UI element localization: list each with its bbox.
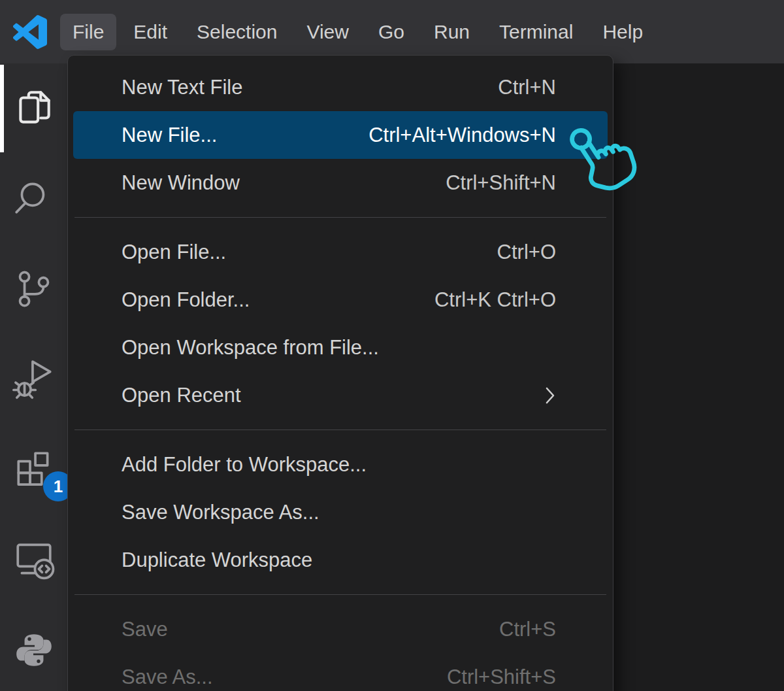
menu-item-save-workspace-as[interactable]: Save Workspace As... [73, 488, 608, 536]
menubar: FileEditSelectionViewGoRunTerminalHelp [0, 0, 784, 63]
sidebar-item-search[interactable] [0, 154, 67, 244]
sidebar-item-extensions[interactable]: 1 [0, 424, 67, 514]
menu-item-label: New File... [122, 124, 217, 147]
menubar-item-terminal[interactable]: Terminal [487, 14, 585, 50]
menu-item-shortcut: Ctrl+S [499, 618, 556, 641]
run-debug-icon [12, 358, 56, 401]
menu-item-open-workspace-from-file[interactable]: Open Workspace from File... [73, 324, 608, 371]
menu-item-add-folder-to-workspace[interactable]: Add Folder to Workspace... [73, 441, 608, 488]
search-icon [12, 177, 56, 220]
menu-item-shortcut: Ctrl+Shift+S [447, 666, 556, 689]
menubar-item-run[interactable]: Run [421, 14, 482, 50]
source-control-icon [12, 267, 56, 311]
menu-item-new-window[interactable]: New WindowCtrl+Shift+N [73, 159, 608, 207]
menu-item-label: Duplicate Workspace [122, 548, 312, 572]
menu-item-new-file[interactable]: New File...Ctrl+Alt+Windows+N [73, 111, 608, 159]
active-item-indicator [0, 65, 4, 152]
menu-item-label: Add Folder to Workspace... [122, 453, 367, 477]
menu-item-open-folder[interactable]: Open Folder...Ctrl+K Ctrl+O [73, 276, 608, 324]
sidebar-item-remote-explorer[interactable] [0, 514, 67, 605]
activity-bar: 1 [0, 63, 67, 691]
menu-item-label: Save As... [122, 666, 213, 689]
menu-item-save-as: Save As...Ctrl+Shift+S [73, 653, 608, 691]
file-menu: New Text FileCtrl+NNew File...Ctrl+Alt+W… [67, 55, 613, 691]
menu-separator [74, 594, 606, 595]
menu-item-shortcut: Ctrl+Shift+N [446, 171, 556, 195]
menu-item-shortcut: Ctrl+O [497, 241, 556, 264]
sidebar-item-python[interactable] [0, 605, 67, 691]
sidebar-item-source-control[interactable] [0, 244, 67, 334]
menu-item-shortcut: Ctrl+N [498, 76, 556, 99]
menu-item-label: Save [122, 618, 168, 641]
vscode-logo-icon [0, 15, 60, 49]
menubar-item-selection[interactable]: Selection [184, 14, 289, 50]
menu-item-open-recent[interactable]: Open Recent [73, 371, 608, 419]
python-icon [12, 628, 56, 671]
remote-explorer-icon [12, 538, 56, 581]
menu-item-save: SaveCtrl+S [73, 605, 608, 653]
menu-item-label: Save Workspace As... [122, 501, 319, 524]
menu-item-label: Open Workspace from File... [122, 336, 379, 360]
menubar-item-file[interactable]: File [60, 14, 116, 50]
submenu-chevron-icon [544, 386, 556, 405]
menubar-item-go[interactable]: Go [366, 14, 417, 50]
menu-item-new-text-file[interactable]: New Text FileCtrl+N [73, 63, 608, 111]
menubar-item-view[interactable]: View [294, 14, 361, 50]
menu-item-shortcut: Ctrl+K Ctrl+O [434, 288, 556, 312]
menu-item-label: Open File... [122, 241, 226, 264]
menu-item-shortcut: Ctrl+Alt+Windows+N [368, 124, 556, 147]
menu-item-label: Open Recent [122, 384, 241, 407]
menu-separator [74, 430, 606, 430]
menu-item-open-file[interactable]: Open File...Ctrl+O [73, 228, 608, 276]
menu-separator [74, 217, 606, 218]
menu-item-label: Open Folder... [122, 288, 250, 312]
menubar-items: FileEditSelectionViewGoRunTerminalHelp [60, 14, 660, 50]
sidebar-item-explorer[interactable] [0, 63, 67, 154]
menu-item-label: New Text File [122, 76, 243, 99]
menu-item-duplicate-workspace[interactable]: Duplicate Workspace [73, 536, 608, 584]
files-icon [12, 87, 56, 130]
sidebar-item-run-debug[interactable] [0, 334, 67, 424]
menubar-item-help[interactable]: Help [590, 14, 655, 50]
menubar-item-edit[interactable]: Edit [121, 14, 180, 50]
menu-item-label: New Window [122, 171, 240, 195]
